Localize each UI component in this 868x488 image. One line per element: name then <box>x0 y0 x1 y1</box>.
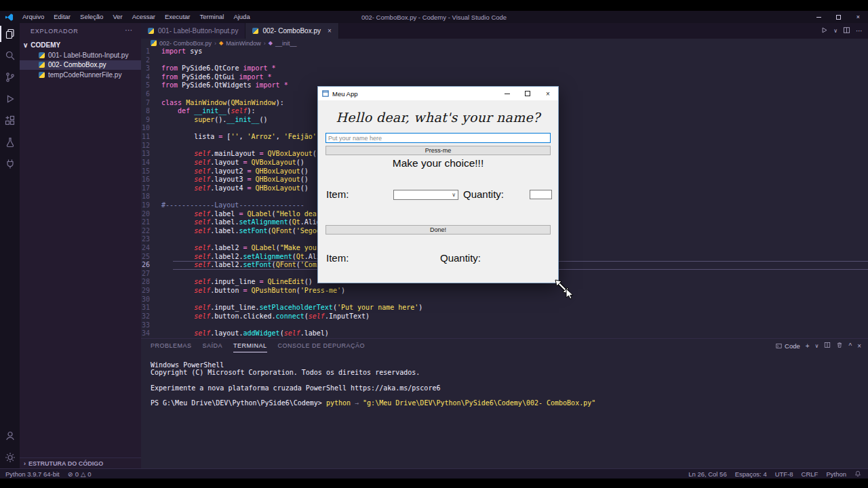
indentation-status[interactable]: Espaços: 4 <box>735 470 767 478</box>
code-line-1[interactable]: 1import sys <box>141 47 868 56</box>
more-actions-icon[interactable]: ⋯ <box>125 26 133 35</box>
split-terminal-button[interactable] <box>824 342 831 350</box>
name-input[interactable] <box>326 133 551 143</box>
quantity-input[interactable] <box>530 190 552 199</box>
vscode-logo-icon <box>5 13 14 22</box>
sidebar-header: EXPLORADOR ⋯ <box>20 23 141 39</box>
panel-tab-saida[interactable]: SAÍDA <box>203 339 223 352</box>
file-name: 001- Label-Button-Input.py <box>48 52 128 59</box>
language-mode-status[interactable]: Python <box>826 470 846 478</box>
run-file-button[interactable] <box>821 26 828 35</box>
meu-app-window[interactable]: Meu App × Hello dear, what's your name? … <box>317 86 559 283</box>
panel-tab-console-depuracao[interactable]: CONSOLE DE DEPURAÇÃO <box>278 339 366 352</box>
code-line-34[interactable]: 34 self.layout.addWidget(self.label) <box>141 329 868 338</box>
code-token: self <box>194 218 210 226</box>
code-token: .button <box>210 287 243 294</box>
code-line-32[interactable]: 32 self.button.clicked.connect(self.Inpu… <box>141 312 868 321</box>
code-token: lista <box>161 133 218 140</box>
breadcrumb-method[interactable]: __init__ <box>275 40 297 47</box>
item-combobox[interactable]: ∨ <box>393 190 458 200</box>
terminal-profile-item[interactable]: Code <box>776 342 800 350</box>
file-row-temp[interactable]: tempCodeRunnerFile.py <box>20 70 141 80</box>
activity-search[interactable] <box>0 45 20 66</box>
file-row-002[interactable]: 002- ComboBox.py <box>20 60 141 70</box>
code-token <box>161 278 194 285</box>
activity-extensions[interactable] <box>0 110 20 131</box>
run-dropdown-caret-icon[interactable]: ∨ <box>833 28 837 34</box>
menu-acessar[interactable]: Acessar <box>127 11 160 23</box>
app-maximize-button[interactable] <box>517 87 538 100</box>
activity-source-control[interactable] <box>0 66 20 88</box>
tab-close-icon[interactable]: × <box>328 27 332 35</box>
code-line-29[interactable]: 29 self.button = QPushButton('Press-me') <box>141 287 868 296</box>
minimize-button[interactable] <box>809 11 829 23</box>
python-file-icon <box>39 72 45 78</box>
menu-executar[interactable]: Executar <box>160 11 195 23</box>
press-me-button[interactable]: Press-me <box>326 146 551 155</box>
code-token: .input_line <box>210 278 259 285</box>
code-token: self <box>194 244 210 251</box>
code-line-2[interactable]: 2 <box>141 56 868 65</box>
terminal-token: python <box>326 399 351 407</box>
code-token: QMainWindow <box>231 99 275 106</box>
folder-row-codemy[interactable]: ∨ CODEMY <box>20 39 141 50</box>
activity-remote[interactable] <box>0 153 20 175</box>
quantity2-label: Quantity: <box>440 252 481 264</box>
code-line-4[interactable]: 4from PySide6.QtGui import * <box>141 73 868 82</box>
activity-settings[interactable] <box>0 447 20 468</box>
menu-selecao[interactable]: Seleção <box>75 11 108 23</box>
split-editor-button[interactable] <box>843 26 850 35</box>
code-line-31[interactable]: 31 self.input_line.setPlaceholderText('P… <box>141 304 868 312</box>
panel-actions: Code + ∨ ^ × <box>776 339 861 352</box>
cursor-position-status[interactable]: Ln 26, Col 56 <box>688 470 727 478</box>
code-line-30[interactable]: 30 <box>141 296 868 304</box>
notifications-button[interactable] <box>854 470 861 477</box>
menu-terminal[interactable]: Terminal <box>195 11 229 23</box>
close-button[interactable]: × <box>848 11 868 23</box>
tab-label: 001- Label-Button-Input.py <box>158 27 238 35</box>
new-terminal-button[interactable]: + <box>806 342 810 350</box>
maximize-button[interactable] <box>829 11 848 23</box>
close-panel-button[interactable]: × <box>857 342 861 350</box>
maximize-panel-button[interactable]: ^ <box>848 342 852 350</box>
code-line-3[interactable]: 3from PySide6.QtCore import * <box>141 64 868 73</box>
outline-section[interactable]: › ESTRUTURA DO CÓDIGO <box>20 458 141 468</box>
chevron-right-icon: › <box>24 460 26 467</box>
file-row-001[interactable]: 001- Label-Button-Input.py <box>20 50 141 60</box>
more-actions-icon[interactable]: ⋯ <box>856 27 863 35</box>
done-button[interactable]: Done! <box>326 225 551 235</box>
breadcrumb-class[interactable]: MainWindow <box>226 40 261 47</box>
code-token: setAlignment <box>239 218 288 226</box>
problems-status[interactable]: ⊘ 0 △ 0 <box>68 470 92 478</box>
trash-icon <box>836 342 843 348</box>
app-close-button[interactable]: × <box>538 87 558 100</box>
kill-terminal-button[interactable] <box>836 342 843 350</box>
activity-explorer[interactable] <box>0 23 20 45</box>
encoding-status[interactable]: UTF-8 <box>775 470 793 478</box>
menu-arquivo[interactable]: Arquivo <box>18 11 49 23</box>
activity-testing[interactable] <box>0 131 20 153</box>
eol-status[interactable]: CRLF <box>802 470 818 478</box>
menu-editar[interactable]: Editar <box>49 11 75 23</box>
app-minimize-button[interactable] <box>497 87 517 100</box>
code-line-33[interactable]: 33 <box>141 321 868 330</box>
terminal-dropdown-caret-icon[interactable]: ∨ <box>815 343 819 349</box>
panel-tab-terminal[interactable]: TERMINAL <box>233 339 267 352</box>
meu-app-titlebar[interactable]: Meu App × <box>318 87 558 100</box>
code-token <box>161 287 194 294</box>
minimize-icon <box>816 17 821 18</box>
code-token: class <box>161 99 182 106</box>
line-text: class MainWindow(QMainWindow): <box>161 99 284 108</box>
activity-accounts[interactable] <box>0 425 20 447</box>
tab-002-combobox[interactable]: 002- ComboBox.py × <box>245 23 338 39</box>
code-token: () <box>300 176 309 183</box>
tab-001-label-button-input[interactable]: 001- Label-Button-Input.py <box>141 23 245 39</box>
breadcrumb-file[interactable]: 002- ComboBox.py <box>159 40 212 47</box>
menu-ver[interactable]: Ver <box>108 11 127 23</box>
menu-ajuda[interactable]: Ajuda <box>229 11 254 23</box>
code-token: QVBoxLayout <box>268 150 313 157</box>
activity-run-debug[interactable] <box>0 88 20 110</box>
terminal-output[interactable]: Windows PowerShellCopyright (C) Microsof… <box>151 361 864 467</box>
panel-tab-problemas[interactable]: PROBLEMAS <box>151 339 192 352</box>
python-interpreter-status[interactable]: Python 3.9.7 64-bit <box>5 470 60 478</box>
